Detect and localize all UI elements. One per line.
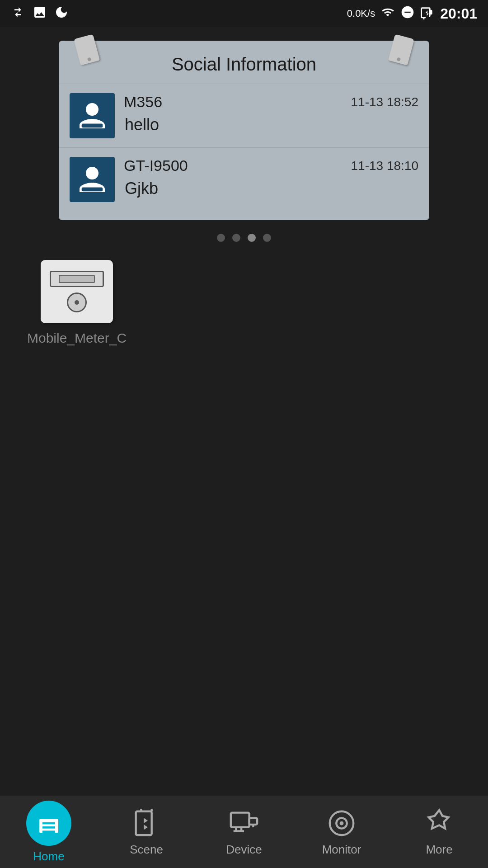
nav-home[interactable]: Home bbox=[0, 796, 98, 868]
device-nav-icon bbox=[228, 807, 260, 839]
home-icon bbox=[36, 811, 61, 836]
sender-name: M356 bbox=[124, 93, 162, 111]
avatar bbox=[70, 157, 115, 202]
wifi-icon bbox=[380, 6, 395, 22]
device-icon bbox=[41, 260, 113, 323]
usb-icon bbox=[11, 5, 25, 23]
status-icons-left bbox=[11, 5, 69, 23]
message-time: 11-13 18:52 bbox=[351, 95, 418, 109]
clock: 20:01 bbox=[440, 5, 477, 22]
nav-scene[interactable]: Scene bbox=[98, 796, 195, 868]
network-speed: 0.0K/s bbox=[347, 8, 375, 19]
avatar bbox=[70, 93, 115, 138]
main-content: Social Information M356 11-13 18:52 hell… bbox=[0, 27, 488, 796]
message-text: hello bbox=[125, 115, 418, 134]
sender-name: GT-I9500 bbox=[124, 157, 188, 175]
message-body: GT-I9500 11-13 18:10 Gjkb bbox=[124, 157, 418, 198]
status-icons-right: 0.0K/s 20:01 bbox=[347, 5, 477, 23]
monitor-icon bbox=[326, 807, 357, 839]
message-header: M356 11-13 18:52 bbox=[124, 93, 418, 111]
device-label-nav: Device bbox=[226, 843, 262, 857]
page-dot-4[interactable] bbox=[263, 234, 271, 242]
svg-rect-6 bbox=[136, 811, 152, 835]
nav-device[interactable]: Device bbox=[195, 796, 293, 868]
nav-more[interactable]: More bbox=[390, 796, 488, 868]
page-dot-2[interactable] bbox=[232, 234, 240, 242]
svg-rect-5 bbox=[42, 830, 55, 833]
scene-icon bbox=[131, 807, 162, 839]
scene-label: Scene bbox=[130, 843, 163, 857]
home-icon-bg bbox=[26, 801, 71, 846]
message-text: Gjkb bbox=[125, 179, 418, 198]
svg-rect-4 bbox=[42, 826, 55, 829]
no-signal-icon bbox=[400, 5, 415, 23]
card-title: Social Information bbox=[59, 41, 429, 84]
svg-rect-7 bbox=[231, 813, 249, 827]
nav-monitor[interactable]: Monitor bbox=[293, 796, 390, 868]
bottom-nav: Home Scene Device bbox=[0, 796, 488, 868]
moon-icon bbox=[54, 5, 69, 23]
image-icon bbox=[33, 5, 47, 23]
message-body: M356 11-13 18:52 hello bbox=[124, 93, 418, 134]
svg-point-11 bbox=[340, 821, 344, 826]
message-item[interactable]: M356 11-13 18:52 hello bbox=[59, 84, 429, 147]
more-icon bbox=[423, 807, 455, 839]
battery-icon bbox=[420, 5, 435, 23]
svg-rect-8 bbox=[249, 818, 258, 825]
page-indicators bbox=[217, 234, 271, 242]
message-header: GT-I9500 11-13 18:10 bbox=[124, 157, 418, 175]
home-label: Home bbox=[33, 849, 64, 863]
svg-rect-3 bbox=[42, 822, 55, 825]
device-section: Mobile_Meter_C bbox=[0, 242, 488, 364]
device-label: Mobile_Meter_C bbox=[27, 330, 127, 346]
message-time: 11-13 18:10 bbox=[351, 159, 418, 173]
more-label: More bbox=[426, 843, 452, 857]
monitor-label: Monitor bbox=[322, 843, 361, 857]
svg-rect-1 bbox=[82, 188, 103, 192]
message-item[interactable]: GT-I9500 11-13 18:10 Gjkb bbox=[59, 147, 429, 211]
svg-rect-0 bbox=[82, 124, 103, 128]
page-dot-1[interactable] bbox=[217, 234, 225, 242]
device-icon-container[interactable]: Mobile_Meter_C bbox=[27, 260, 127, 346]
status-bar: 0.0K/s 20:01 bbox=[0, 0, 488, 27]
social-card: Social Information M356 11-13 18:52 hell… bbox=[59, 41, 429, 220]
page-dot-3[interactable] bbox=[248, 234, 256, 242]
